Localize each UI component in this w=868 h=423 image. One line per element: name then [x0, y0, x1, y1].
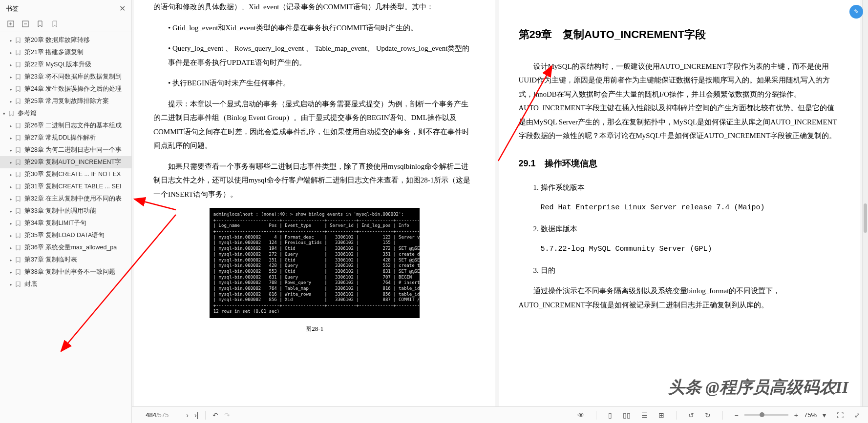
tree-item[interactable]: ▸第29章 复制AUTO_INCREMENT字 — [0, 156, 131, 168]
tree-item-label: 第31章 复制CREATE TABLE ... SEI — [24, 182, 122, 191]
tree-item[interactable]: ▸第23章 将不同数据库的数据复制到 — [0, 71, 131, 83]
bookmark-icon — [16, 74, 21, 81]
two-page-icon[interactable]: ▯▯ — [620, 411, 634, 419]
bookmark-icon — [16, 147, 21, 154]
tree-item[interactable]: ▸第35章 复制LOAD DATA语句 — [0, 229, 131, 242]
rotate-right-icon[interactable]: ↻ — [702, 411, 714, 419]
figure-caption: 图28-1 — [153, 323, 476, 335]
bookmark-icon — [16, 37, 21, 44]
chevron-right-icon: ▸ — [10, 136, 15, 141]
tree-item-label: 第28章 为何二进制日志中同一个事 — [24, 146, 122, 154]
tree-item-label: 第38章 复制中的事务不一致问题 — [24, 268, 115, 276]
fullscreen-icon[interactable]: ⤢ — [851, 411, 863, 419]
zoom-dropdown-icon[interactable]: ▾ — [820, 411, 829, 419]
add-bookmark-icon[interactable] — [7, 20, 15, 28]
tree-item[interactable]: ▸封底 — [0, 278, 131, 290]
tree-item[interactable]: ▸第27章 常规DDL操作解析 — [0, 132, 131, 144]
chevron-right-icon: ▸ — [10, 123, 15, 128]
eye-icon[interactable]: 👁 — [574, 411, 587, 419]
bookmark-icon — [16, 208, 21, 215]
single-page-icon[interactable]: ▯ — [605, 411, 615, 419]
tree-item-label: 第20章 数据库故障转移 — [24, 36, 90, 44]
close-sidebar-button[interactable]: ✕ — [119, 4, 126, 13]
vertical-scrollbar[interactable] — [862, 0, 868, 406]
bookmark-outline-icon[interactable] — [51, 20, 59, 28]
tree-item-label: 第25章 常用复制故障排除方案 — [24, 97, 109, 105]
tree-item[interactable]: ▸第32章 在主从复制中使用不同的表 — [0, 193, 131, 205]
rotate-left-icon[interactable]: ↺ — [685, 411, 697, 419]
sidebar-title: 书签 — [6, 4, 19, 13]
zoom-level: 75% — [804, 411, 817, 419]
tree-item[interactable]: ▸第37章 复制临时表 — [0, 254, 131, 266]
bookmark-toolbar — [0, 17, 131, 32]
zoom-in-button[interactable]: + — [791, 411, 801, 419]
bookmark-icon — [16, 171, 21, 178]
tree-item[interactable]: ▸第26章 二进制日志文件的基本组成 — [0, 120, 131, 132]
tree-item[interactable]: ▸第24章 发生数据误操作之后的处理 — [0, 83, 131, 95]
page-left: 的语句和修改的具体数据）、Xid_event（记录事务的COMMIT语句）几种类… — [134, 0, 495, 406]
zoom-slider[interactable] — [744, 414, 788, 416]
chevron-down-icon: ▾ — [3, 111, 8, 116]
next-page-button[interactable]: › — [183, 411, 191, 419]
tree-item[interactable]: ▸第36章 系统变量max_allowed_pa — [0, 242, 131, 254]
tree-item[interactable]: ▸第21章 搭建多源复制 — [0, 46, 131, 59]
bookmark-icon — [16, 135, 21, 141]
scrollbar-thumb[interactable] — [864, 203, 867, 233]
last-page-button[interactable]: ›| — [191, 411, 201, 419]
tree-item[interactable]: ▸第38章 复制中的事务不一致问题 — [0, 266, 131, 278]
bookmarks-sidebar: 书签 ✕ ▸第20章 数据库故障转移▸第21章 搭建多源复制▸第22章 MySQ… — [0, 0, 132, 423]
chevron-right-icon: ▸ — [10, 270, 15, 275]
bookmark-icon — [16, 122, 21, 129]
fit-width-icon[interactable]: ⛶ — [834, 411, 847, 419]
tree-item[interactable]: ▸第28章 为何二进制日志中同一个事 — [0, 144, 131, 156]
tree-item-label: 封底 — [24, 280, 37, 288]
tree-item-label: 第26章 二进制日志文件的基本组成 — [24, 121, 122, 130]
chevron-right-icon: ▸ — [10, 172, 15, 177]
tree-item-label: 第34章 复制LIMIT子句 — [24, 219, 86, 227]
tree-section[interactable]: ▾ 参考篇 — [0, 107, 131, 120]
bookmark-icon — [16, 196, 21, 202]
chapter-title: 第29章 复制AUTO_INCREMENT字段 — [519, 24, 841, 45]
chevron-right-icon: ▸ — [10, 245, 15, 250]
status-bar: /575 › ›| ↶ ↷ 👁 ▯ ▯▯ ☰ ⊞ ↺ ↻ − — [132, 406, 868, 423]
tree-item[interactable]: ▸第33章 复制中的调用功能 — [0, 205, 131, 217]
page-total: /575 — [156, 411, 169, 419]
chevron-right-icon: ▸ — [10, 75, 15, 80]
tree-item-label: 第32章 在主从复制中使用不同的表 — [24, 195, 122, 203]
tree-item-label: 第35章 复制LOAD DATA语句 — [24, 231, 105, 240]
chevron-right-icon: ▸ — [10, 184, 15, 189]
tree-item-label: 第24章 发生数据误操作之后的处理 — [24, 85, 122, 93]
chevron-right-icon: ▸ — [10, 50, 15, 55]
tree-item[interactable]: ▸第30章 复制CREATE ... IF NOT EX — [0, 168, 131, 181]
page-number-input[interactable] — [137, 411, 156, 419]
undo-view-button[interactable]: ↶ — [210, 411, 221, 419]
redo-view-button[interactable]: ↷ — [221, 411, 233, 419]
remove-bookmark-icon[interactable] — [21, 20, 29, 28]
chevron-right-icon: ▸ — [10, 62, 15, 67]
tree-item-label: 第36章 系统变量max_allowed_pa — [24, 243, 117, 252]
tree-item[interactable]: ▸第25章 常用复制故障排除方案 — [0, 95, 131, 107]
bookmark-icon — [16, 183, 21, 190]
tree-item[interactable]: ▸第34章 复制LIMIT子句 — [0, 217, 131, 229]
chevron-right-icon: ▸ — [10, 87, 15, 92]
bookmark-icon — [16, 244, 21, 251]
page-right: 第29章 复制AUTO_INCREMENT字段 设计MySQL的表结构时，一般建… — [499, 0, 861, 406]
bookmark-icon — [16, 61, 21, 68]
bookmark-icon — [16, 281, 21, 288]
tree-item[interactable]: ▸第31章 复制CREATE TABLE ... SEI — [0, 181, 131, 193]
bookmark-tree[interactable]: ▸第20章 数据库故障转移▸第21章 搭建多源复制▸第22章 MySQL版本升级… — [0, 32, 131, 423]
watermark-text: 头条 @程序员高级码农II — [668, 376, 848, 399]
bookmark-icon — [16, 257, 21, 263]
tree-item-label: 第27章 常规DDL操作解析 — [24, 134, 96, 142]
continuous-icon[interactable]: ☰ — [638, 411, 651, 419]
chevron-right-icon: ▸ — [10, 221, 15, 226]
zoom-out-button[interactable]: − — [732, 411, 741, 419]
chevron-right-icon: ▸ — [10, 197, 15, 201]
bookmark-icon — [16, 220, 21, 227]
tree-item[interactable]: ▸第20章 数据库故障转移 — [0, 34, 131, 46]
bookmark-icon[interactable] — [36, 20, 44, 28]
bookmark-icon — [16, 232, 21, 239]
chevron-right-icon: ▸ — [10, 99, 15, 104]
tree-item[interactable]: ▸第22章 MySQL版本升级 — [0, 59, 131, 71]
grid-icon[interactable]: ⊞ — [656, 411, 667, 419]
